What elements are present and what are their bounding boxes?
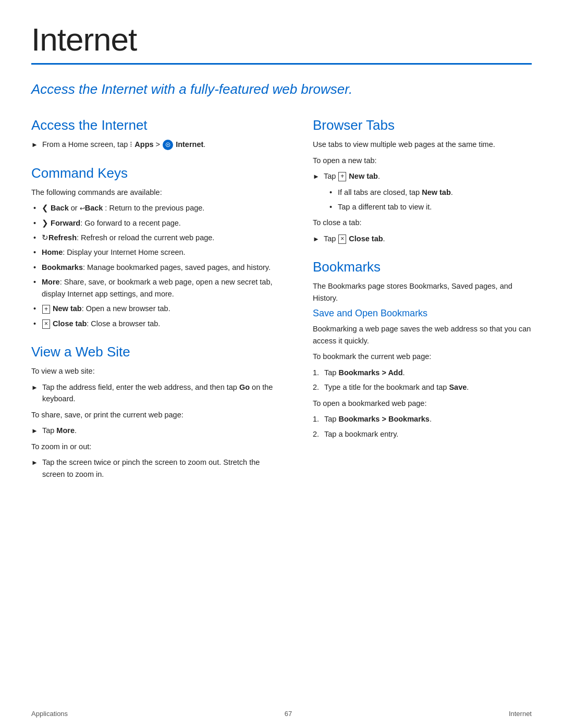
browser-tabs-description: Use tabs to view multiple web pages at t… [313,139,532,150]
heading-save-open-bookmarks: Save and Open Bookmarks [313,308,532,319]
heading-access-internet: Access the Internet [31,117,282,133]
list-item: Tap Bookmarks > Add. [313,367,532,378]
list-item: More: Share, save, or bookmark a web pag… [31,276,282,300]
section-access-internet: Access the Internet ► From a Home screen… [31,117,282,150]
view-web-site-instruction-1: ► Tap the address field, enter the web a… [31,381,282,405]
arrow-right-icon-5: ► [313,234,320,244]
save-open-description: Bookmarking a web page saves the web add… [313,323,532,347]
page-footer: Applications 67 Internet [31,710,532,718]
page-title: Internet [31,21,532,58]
heading-browser-tabs: Browser Tabs [313,117,532,133]
access-internet-instruction: ► From a Home screen, tap ⁝ Apps > ☉ Int… [31,139,282,150]
access-internet-text: From a Home screen, tap ⁝ Apps > ☉ Inter… [42,139,282,150]
close-tab-text: Tap × Close tab. [324,233,532,244]
view-web-site-instruction-3: ► Tap the screen twice or pinch the scre… [31,456,282,480]
command-keys-list: ❮ Back or ↩Back : Return to the previous… [31,202,282,329]
internet-label: Internet [176,140,203,149]
view-web-site-intro-1: To view a web site: [31,365,282,377]
arrow-right-icon: ► [31,140,38,150]
open-bookmarked-intro: To open a bookmarked web page: [313,398,532,409]
list-item: Tap Bookmarks > Bookmarks. [313,413,532,425]
heading-view-web-site: View a Web Site [31,344,282,360]
bookmark-current-intro: To bookmark the current web page: [313,351,532,362]
view-instruction-text-1: Tap the address field, enter the web add… [42,381,282,405]
section-bookmarks: Bookmarks The Bookmarks page stores Book… [313,259,532,440]
list-item: Bookmarks: Manage bookmarked pages, save… [31,262,282,273]
close-tab-badge-2: × [338,235,346,244]
heading-bookmarks: Bookmarks [313,259,532,275]
list-item: ↻Refresh: Refresh or reload the current … [31,232,282,243]
forward-icon: ❯ [42,219,48,227]
section-save-open-bookmarks: Save and Open Bookmarks Bookmarking a we… [313,308,532,440]
list-item: ❯ Forward: Go forward to a recent page. [31,217,282,229]
list-item: Home: Display your Internet Home screen. [31,246,282,258]
tagline: Access the Internet with a fully-feature… [31,80,532,98]
view-web-site-instruction-2: ► Tap More. [31,425,282,436]
section-view-web-site: View a Web Site To view a web site: ► Ta… [31,344,282,480]
open-tab-bullets: If all tabs are closed, tap New tab. Tap… [313,187,532,213]
footer-center: 67 [285,710,292,718]
list-item: + New tab: Open a new browser tab. [31,303,282,314]
arrow-right-icon-3: ► [31,458,38,468]
view-web-site-intro-3: To zoom in or out: [31,441,282,452]
list-item: ❮ Back or ↩Back : Return to the previous… [31,202,282,214]
list-item: If all tabs are closed, tap New tab. [327,187,532,198]
close-tab-instruction: ► Tap × Close tab. [313,233,532,244]
arrow-right-icon-2: ► [31,426,38,436]
close-tab-intro: To close a tab: [313,217,532,228]
list-item: Type a title for the bookmark and tap Sa… [313,381,532,393]
section-command-keys: Command Keys The following commands are … [31,165,282,330]
footer-right: Internet [509,710,532,718]
open-tab-text: Tap + New tab. [324,170,532,182]
new-tab-badge: + [42,305,50,314]
bookmark-current-steps: Tap Bookmarks > Add. Type a title for th… [313,367,532,393]
list-item: Tap a bookmark entry. [313,428,532,440]
right-column: Browser Tabs Use tabs to view multiple w… [313,117,532,495]
left-column: Access the Internet ► From a Home screen… [31,117,282,495]
footer-left: Applications [31,710,68,718]
arrow-right-icon-1: ► [31,382,38,393]
view-instruction-text-3: Tap the screen twice or pinch the screen… [42,456,282,480]
open-bookmarked-steps: Tap Bookmarks > Bookmarks. Tap a bookmar… [313,413,532,440]
bookmarks-description: The Bookmarks page stores Bookmarks, Sav… [313,280,532,304]
open-tab-instruction: ► Tap + New tab. [313,170,532,182]
close-tab-badge: × [42,319,50,329]
list-item: × Close tab: Close a browser tab. [31,318,282,329]
internet-icon: ☉ [163,140,173,150]
apps-label: Apps [134,140,153,149]
title-divider [31,63,532,65]
section-browser-tabs: Browser Tabs Use tabs to view multiple w… [313,117,532,244]
list-item: Tap a different tab to view it. [327,201,532,213]
view-instruction-text-2: Tap More. [42,425,282,436]
view-web-site-intro-2: To share, save, or print the current web… [31,409,282,421]
open-tab-intro: To open a new tab: [313,155,532,166]
heading-command-keys: Command Keys [31,165,282,181]
new-tab-badge-2: + [338,172,346,181]
two-column-layout: Access the Internet ► From a Home screen… [31,117,532,495]
back-icon: ❮ [42,204,48,212]
arrow-right-icon-4: ► [313,171,320,182]
command-keys-intro: The following commands are available: [31,187,282,198]
refresh-icon: ↻ [42,233,48,242]
